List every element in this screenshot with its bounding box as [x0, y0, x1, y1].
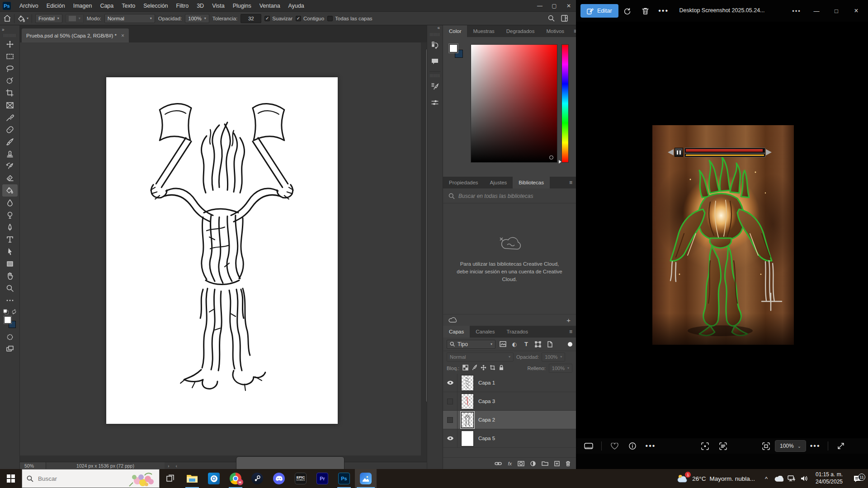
layer-thumbnail[interactable] — [461, 431, 474, 446]
layer-row-capa1[interactable]: Capa 1 — [443, 374, 576, 392]
toolbar-collapse[interactable]: » — [0, 26, 19, 33]
visibility-toggle[interactable] — [443, 411, 458, 429]
menu-archivo[interactable]: Archivo — [15, 3, 42, 9]
tool-screen-mode[interactable] — [2, 343, 18, 355]
layer-mask-icon[interactable] — [518, 461, 524, 466]
status-next-icon[interactable]: › — [165, 463, 173, 469]
tool-path-select[interactable] — [2, 245, 18, 258]
opacity-dropdown[interactable]: 100%▾ — [185, 14, 209, 23]
mode-dropdown[interactable]: Normal▾ — [104, 14, 155, 23]
tool-dodge[interactable] — [2, 209, 18, 221]
weather-widget[interactable]: 1 26°C Mayorm. nubla... — [672, 474, 760, 483]
tool-lasso[interactable] — [2, 62, 18, 75]
photos-more-button[interactable]: ••• — [787, 0, 807, 22]
tool-brush[interactable] — [2, 136, 18, 148]
tool-edit-toolbar[interactable] — [2, 294, 18, 306]
taskbar-photoshop[interactable]: Ps — [333, 469, 355, 488]
tab-motivos[interactable]: Motivos — [540, 25, 570, 37]
tool-quick-selection[interactable] — [2, 75, 18, 87]
info-button[interactable] — [623, 438, 642, 454]
layer-name[interactable]: Capa 2 — [478, 417, 495, 422]
filter-type-layers-icon[interactable]: T — [522, 340, 531, 349]
layer-name[interactable]: Capa 5 — [478, 436, 495, 441]
default-colors[interactable] — [3, 309, 17, 314]
ps-maximize-button[interactable]: ▢ — [547, 0, 561, 11]
panel-menu-icon[interactable]: ≡ — [566, 326, 576, 338]
delete-button[interactable] — [637, 3, 655, 19]
taskbar-search[interactable] — [22, 469, 160, 488]
tab-trazados[interactable]: Trazados — [500, 326, 534, 338]
dock-collapse[interactable]: « — [437, 25, 443, 33]
tool-crop[interactable] — [2, 87, 18, 99]
tab-color[interactable]: Color — [443, 25, 467, 37]
document-tab[interactable]: Prueba.psd al 50% (Capa 2, RGB/8#) * × — [22, 28, 129, 42]
vertical-scrollbar-thumb[interactable] — [425, 48, 427, 403]
menu-3d[interactable]: 3D — [193, 3, 208, 9]
network-icon[interactable] — [786, 475, 797, 482]
tool-eraser[interactable] — [2, 172, 18, 184]
visibility-toggle[interactable] — [443, 374, 458, 392]
lock-transparency-icon[interactable] — [462, 365, 468, 371]
taskbar-photos-active[interactable] — [355, 469, 377, 488]
menu-imagen[interactable]: Imagen — [69, 3, 96, 9]
layer-thumbnail[interactable] — [461, 394, 474, 409]
bucket-tool-preset[interactable]: ▾ — [18, 15, 28, 22]
search-highlight-flowers-icon[interactable] — [127, 471, 156, 487]
tolerance-input[interactable] — [241, 14, 261, 23]
menu-ayuda[interactable]: Ayuda — [284, 3, 308, 9]
horizontal-scrollbar[interactable] — [20, 455, 427, 462]
tool-clone-stamp[interactable] — [2, 148, 18, 160]
lock-pixels-icon[interactable] — [472, 365, 477, 371]
delete-layer-icon[interactable] — [566, 461, 571, 466]
tab-bibliotecas[interactable]: Bibliotecas — [513, 177, 550, 188]
status-prev-icon[interactable]: ‹ — [173, 463, 181, 469]
filter-adjustment-layers-icon[interactable]: ◐ — [510, 340, 519, 349]
filter-toggle-switch[interactable] — [568, 342, 572, 347]
visibility-toggle[interactable] — [443, 392, 458, 410]
layer-name[interactable]: Capa 1 — [478, 380, 495, 385]
fit-to-window-button[interactable] — [757, 438, 775, 454]
text-actions-button[interactable] — [714, 438, 732, 454]
game-screenshot-spriggan[interactable] — [652, 125, 794, 345]
photos-maximize-button[interactable]: □ — [826, 0, 846, 22]
tab-close-icon[interactable]: × — [121, 33, 124, 39]
layer-name[interactable]: Capa 3 — [478, 399, 495, 404]
workspace-icon[interactable] — [561, 15, 568, 22]
notification-center-button[interactable]: 11 — [848, 475, 866, 483]
new-layer-icon[interactable] — [554, 461, 560, 466]
add-library-button[interactable]: + — [566, 316, 571, 324]
more-options-button[interactable]: ••• — [655, 3, 673, 19]
layer-row-capa5[interactable]: Capa 5 — [443, 429, 576, 448]
hue-slider-marker[interactable] — [559, 160, 561, 164]
visibility-toggle[interactable] — [443, 429, 458, 447]
layer-row-capa3[interactable]: Capa 3 — [443, 392, 576, 411]
layer-filter-dropdown[interactable]: Tipo▾ — [447, 340, 495, 349]
brush-settings-panel-button[interactable] — [428, 80, 442, 93]
tab-degradados[interactable]: Degradados — [500, 25, 541, 37]
tool-healing-brush[interactable] — [2, 123, 18, 136]
onedrive-icon[interactable] — [773, 476, 785, 482]
tool-frame[interactable] — [2, 99, 18, 111]
toolbar-more-button[interactable]: ••• — [642, 438, 660, 454]
tool-paint-bucket[interactable] — [2, 184, 18, 197]
menu-ventana[interactable]: Ventana — [255, 3, 284, 9]
task-view-button[interactable] — [160, 469, 181, 488]
link-layers-icon[interactable] — [495, 461, 502, 466]
taskbar-chrome[interactable]: H — [225, 469, 246, 488]
tool-zoom[interactable] — [2, 282, 18, 294]
tab-propiedades[interactable]: Propiedades — [443, 177, 484, 188]
layer-effects-button[interactable]: fx — [508, 461, 512, 466]
suavizar-checkbox[interactable]: ✓Suavizar — [264, 16, 292, 21]
zoom-more-button[interactable]: ••• — [806, 438, 824, 454]
adjustment-layer-icon[interactable] — [530, 461, 536, 466]
foreground-color-swatch[interactable] — [4, 316, 11, 324]
menu-filtro[interactable]: Filtro — [172, 3, 193, 9]
tool-blur[interactable] — [2, 197, 18, 209]
panel-foreground-swatch[interactable] — [449, 44, 458, 52]
new-group-icon[interactable] — [542, 461, 548, 466]
lock-all-icon[interactable] — [499, 365, 504, 371]
home-icon[interactable] — [4, 15, 11, 22]
tool-move[interactable] — [2, 38, 18, 50]
tab-canales[interactable]: Canales — [470, 326, 500, 338]
tool-history-brush[interactable] — [2, 160, 18, 172]
